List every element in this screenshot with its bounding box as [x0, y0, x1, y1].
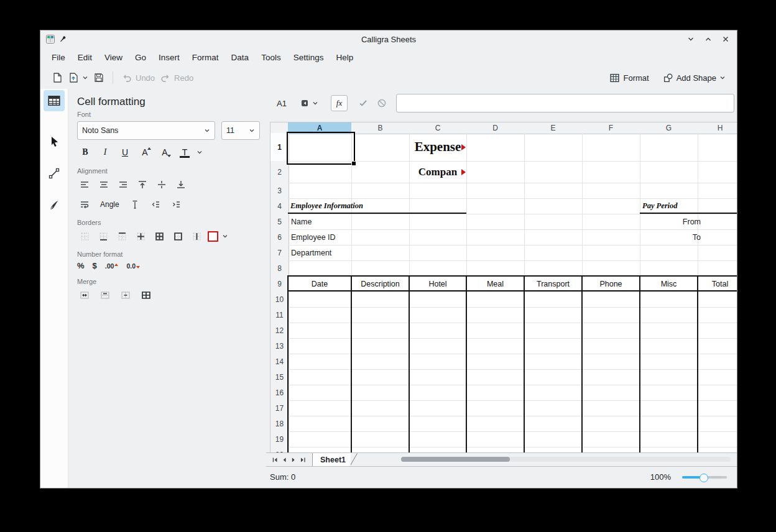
menu-item-help[interactable]: Help: [330, 50, 359, 65]
add-shape-button[interactable]: Add Shape: [660, 71, 728, 85]
cell-A6[interactable]: Employee ID: [288, 229, 390, 245]
menu-item-data[interactable]: Data: [225, 50, 256, 65]
sheet-canvas[interactable]: [288, 133, 737, 452]
row-header-13[interactable]: 13: [270, 338, 289, 354]
border-top-button[interactable]: [114, 229, 129, 243]
column-header-H[interactable]: H: [698, 122, 737, 134]
border-inner-button[interactable]: [133, 229, 148, 243]
column-header-E[interactable]: E: [524, 122, 583, 134]
column-header-F[interactable]: F: [582, 122, 640, 134]
merge-horizontal-button[interactable]: [98, 288, 113, 302]
row-header-6[interactable]: 6: [270, 229, 289, 245]
align-right-button[interactable]: [116, 178, 131, 191]
selection-tool-button[interactable]: [44, 131, 65, 152]
open-document-button[interactable]: [65, 70, 91, 85]
font-size-select[interactable]: 11: [221, 121, 260, 140]
menu-item-edit[interactable]: Edit: [72, 50, 98, 65]
column-header-C[interactable]: C: [409, 122, 467, 134]
border-color-swatch[interactable]: [208, 231, 218, 242]
cell-tool-button[interactable]: [44, 90, 65, 111]
superscript-button[interactable]: A: [137, 145, 153, 160]
row-header-18[interactable]: 18: [270, 416, 289, 432]
font-color-chevron-icon[interactable]: [196, 149, 203, 155]
row-header-10[interactable]: 10: [270, 291, 289, 308]
cell-D9[interactable]: Meal: [466, 276, 524, 291]
selection-fill-handle[interactable]: [351, 161, 356, 166]
close-icon[interactable]: [722, 35, 729, 43]
column-header-B[interactable]: B: [351, 122, 410, 134]
titlebar[interactable]: Calligra Sheets: [40, 30, 737, 48]
border-outer-button[interactable]: [170, 229, 185, 243]
cell-E9[interactable]: Transport: [524, 276, 582, 291]
row-header-12[interactable]: 12: [270, 323, 289, 339]
border-color-chevron[interactable]: [222, 233, 228, 239]
border-all-button[interactable]: [152, 229, 167, 243]
wrap-text-button[interactable]: [77, 198, 92, 211]
underline-button[interactable]: U: [117, 145, 133, 160]
vertical-text-button[interactable]: [127, 198, 142, 211]
align-left-button[interactable]: [77, 178, 92, 191]
row-header-7[interactable]: 7: [270, 245, 289, 261]
row-header-14[interactable]: 14: [270, 354, 289, 370]
save-button[interactable]: [91, 70, 107, 85]
menu-item-insert[interactable]: Insert: [152, 50, 186, 65]
row-header-5[interactable]: 5: [270, 214, 289, 230]
next-sheet-button[interactable]: [289, 455, 298, 465]
precision-decrease-button[interactable]: 0.0: [126, 262, 140, 270]
align-bottom-button[interactable]: [173, 178, 188, 191]
row-header-19[interactable]: 19: [270, 431, 289, 447]
cell-G5[interactable]: From: [640, 214, 704, 229]
row-header-17[interactable]: 17: [270, 400, 289, 416]
cell-F9[interactable]: Phone: [582, 276, 640, 291]
row-header-3[interactable]: 3: [270, 183, 289, 199]
menu-item-format[interactable]: Format: [186, 50, 225, 65]
row-header-16[interactable]: 16: [270, 385, 289, 401]
minimize-icon[interactable]: [687, 35, 695, 43]
precision-increase-button[interactable]: .00: [105, 262, 119, 270]
italic-button[interactable]: I: [97, 145, 113, 160]
border-vertical-button[interactable]: [189, 229, 204, 243]
menu-item-go[interactable]: Go: [129, 50, 152, 65]
row-header-4[interactable]: 4: [270, 198, 289, 214]
menu-item-file[interactable]: File: [45, 50, 72, 65]
column-header-G[interactable]: G: [640, 122, 698, 134]
selected-cell-marker[interactable]: [287, 132, 355, 165]
indent-decrease-button[interactable]: [148, 198, 163, 211]
pin-icon[interactable]: [58, 35, 67, 44]
cell-C2[interactable]: Compan: [409, 161, 466, 183]
cell-A5[interactable]: Name: [288, 214, 390, 229]
menu-item-settings[interactable]: Settings: [287, 50, 330, 65]
font-family-select[interactable]: Noto Sans: [77, 121, 215, 140]
undo-button[interactable]: Undo: [119, 70, 157, 85]
zoom-slider[interactable]: [682, 476, 727, 479]
align-center-button[interactable]: [96, 178, 111, 191]
subscript-button[interactable]: A: [157, 145, 173, 160]
row-header-11[interactable]: 11: [270, 307, 289, 323]
border-bottom-button[interactable]: [96, 229, 111, 243]
first-sheet-button[interactable]: [270, 455, 279, 465]
menu-item-view[interactable]: View: [98, 50, 129, 65]
cell-C9[interactable]: Hotel: [409, 276, 466, 291]
pen-tool-button[interactable]: [44, 195, 65, 216]
horizontal-scrollbar-thumb[interactable]: [401, 457, 510, 462]
percent-format-button[interactable]: %: [77, 261, 85, 270]
previous-sheet-button[interactable]: [279, 455, 289, 465]
maximize-icon[interactable]: [704, 35, 712, 43]
cell-G9[interactable]: Misc: [640, 276, 698, 291]
column-header-D[interactable]: D: [466, 122, 525, 134]
angle-button[interactable]: Angle: [98, 199, 122, 210]
cell-G4[interactable]: Pay Period: [640, 198, 737, 214]
cell-B9[interactable]: Description: [351, 276, 409, 291]
font-color-button[interactable]: T: [177, 145, 193, 160]
currency-format-button[interactable]: $: [93, 261, 97, 270]
merge-cells-button[interactable]: [77, 288, 92, 302]
redo-button[interactable]: Redo: [157, 70, 196, 85]
border-none-button[interactable]: [77, 229, 92, 243]
connector-tool-button[interactable]: [44, 163, 65, 184]
format-button[interactable]: Format: [607, 71, 651, 85]
new-document-button[interactable]: [49, 70, 65, 85]
indent-increase-button[interactable]: [169, 198, 183, 211]
cell-A4[interactable]: Employee Information: [288, 198, 471, 214]
align-middle-button[interactable]: [154, 178, 169, 191]
cell-A9[interactable]: Date: [288, 276, 351, 291]
